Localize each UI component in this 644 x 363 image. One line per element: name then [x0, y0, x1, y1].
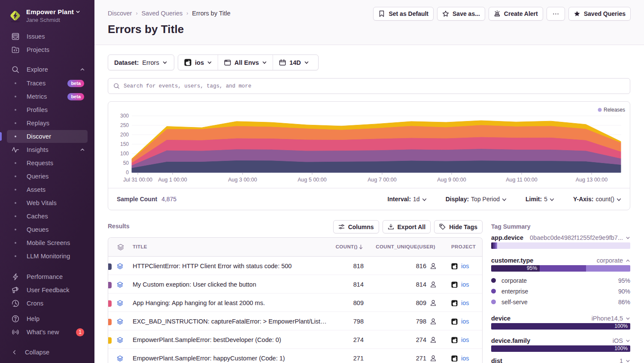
svg-text:50: 50 [123, 160, 129, 166]
svg-text:Aug 1 00:00: Aug 1 00:00 [158, 177, 187, 183]
svg-text:150: 150 [120, 141, 129, 147]
svg-text:Aug 11 00:00: Aug 11 00:00 [506, 177, 537, 183]
svg-text:Aug 5 00:00: Aug 5 00:00 [298, 177, 326, 183]
svg-text:300: 300 [120, 113, 129, 119]
svg-text:0: 0 [126, 169, 129, 175]
svg-text:Aug 3 00:00: Aug 3 00:00 [228, 177, 257, 183]
svg-text:Releases: Releases [604, 107, 625, 113]
svg-text:Aug 7 00:00: Aug 7 00:00 [368, 177, 396, 183]
svg-text:Aug 9 00:00: Aug 9 00:00 [437, 177, 466, 183]
svg-text:Jul 31 00:00: Jul 31 00:00 [123, 177, 152, 183]
svg-text:Aug 13 00:00: Aug 13 00:00 [576, 177, 608, 183]
svg-text:200: 200 [120, 132, 129, 138]
svg-text:100: 100 [120, 151, 129, 157]
svg-text:250: 250 [120, 122, 129, 128]
